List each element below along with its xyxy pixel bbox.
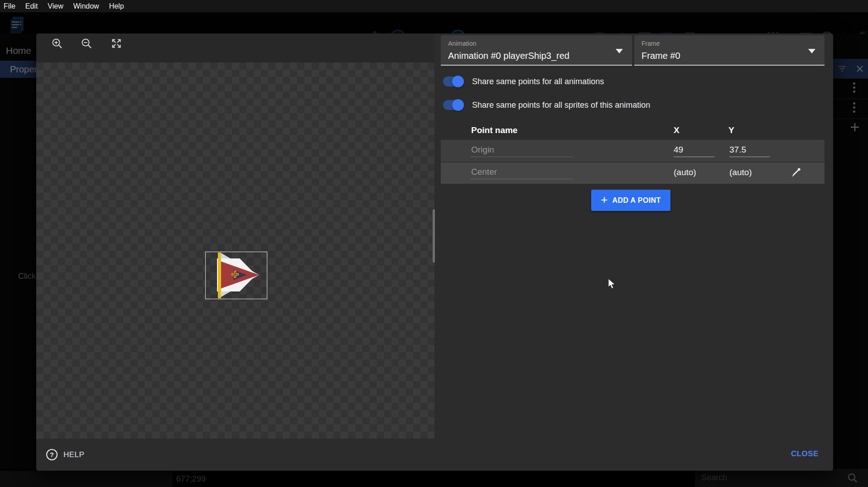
mouse-cursor (608, 278, 617, 289)
help-label: HELP (63, 450, 84, 459)
menu-view[interactable]: View (43, 0, 68, 12)
close-button[interactable]: CLOSE (791, 449, 819, 458)
edit-points-dialog: Animation Animation #0 playerShip3_red F… (36, 33, 833, 471)
menu-help[interactable]: Help (104, 0, 129, 12)
sprite-canvas[interactable] (36, 62, 434, 439)
zoom-out-icon[interactable] (81, 38, 92, 49)
svg-text:?: ? (50, 451, 54, 458)
column-header-y: Y (728, 125, 734, 135)
share-points-all-animations-toggle[interactable] (443, 76, 463, 86)
chevron-down-icon (616, 49, 623, 53)
help-icon: ? (46, 449, 58, 461)
frame-select-value: Frame #0 (641, 51, 680, 61)
chevron-down-icon (808, 49, 815, 53)
toggle-label: Share same points for all sprites of thi… (472, 100, 650, 110)
menu-edit[interactable]: Edit (20, 0, 43, 12)
animation-select[interactable]: Animation Animation #0 playerShip3_red (441, 35, 632, 66)
point-y-field[interactable]: 37.5 (729, 145, 770, 157)
toggle-label: Share same points for all animations (472, 77, 604, 86)
point-x-field[interactable]: (auto) (674, 167, 714, 179)
animation-select-value: Animation #0 playerShip3_red (448, 51, 569, 61)
point-x-field[interactable]: 49 (674, 145, 714, 157)
animation-select-label: Animation (448, 40, 476, 47)
toggle-row: Share same points for all sprites of thi… (443, 98, 650, 112)
screen: PREVIEW PUBLISH (0, 0, 868, 487)
toggle-row: Share same points for all animations (443, 75, 604, 88)
menu-window[interactable]: Window (68, 0, 104, 12)
point-name-field[interactable]: Center (471, 167, 573, 179)
menu-file[interactable]: File (0, 0, 20, 12)
canvas-scrollbar[interactable] (433, 209, 435, 263)
point-y-field[interactable]: (auto) (729, 167, 770, 179)
menu-bar: File Edit View Window Help (0, 0, 868, 12)
plus-icon: + (601, 195, 608, 204)
add-point-button[interactable]: + ADD A POINT (591, 190, 670, 211)
column-header-name: Point name (471, 125, 517, 135)
edit-pencil-icon[interactable] (790, 167, 801, 179)
help-button[interactable]: ? HELP (46, 449, 84, 461)
frame-select-label: Frame (641, 40, 660, 47)
canvas-toolbar (36, 33, 434, 62)
table-row-center[interactable]: Center (auto) (auto) (441, 162, 825, 184)
point-name-field[interactable]: Origin (471, 145, 573, 157)
sprite-player-ship[interactable] (205, 252, 267, 299)
column-header-x: X (674, 125, 680, 135)
frame-select[interactable]: Frame Frame #0 (634, 35, 825, 66)
share-points-all-sprites-toggle[interactable] (443, 100, 463, 110)
fit-to-view-icon[interactable] (111, 38, 122, 49)
table-row-origin[interactable]: Origin 49 37.5 (441, 140, 825, 162)
dialog-footer: ? HELP CLOSE (36, 439, 833, 471)
zoom-in-icon[interactable] (51, 38, 63, 49)
